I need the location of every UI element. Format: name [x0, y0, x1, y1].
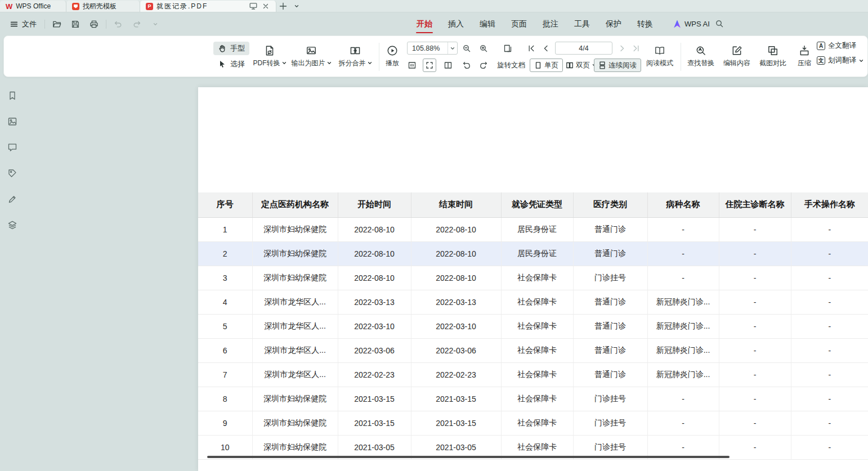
double-page-button[interactable]: 双页	[566, 59, 597, 72]
medical-records-table: 序号定点医药机构名称开始时间结束时间就诊凭证类型医疗类别病种名称住院主诊断名称手…	[198, 192, 868, 460]
table-cell: -	[647, 387, 719, 411]
redo-icon	[132, 20, 141, 29]
attachments-panel-button[interactable]	[6, 167, 19, 180]
table-cell: 深圳市龙华区人...	[252, 362, 338, 387]
comments-panel-button[interactable]	[6, 141, 19, 154]
actual-size-button[interactable]	[405, 59, 419, 72]
screen-share-icon[interactable]	[249, 2, 258, 11]
screenshot-compare-button[interactable]: 截图对比	[755, 39, 791, 73]
rotate-left-button[interactable]	[460, 59, 473, 72]
table-row: 8深圳市妇幼保健院2021-03-152021-03-15社会保障卡门诊挂号--…	[198, 387, 868, 411]
rotate-right-button[interactable]	[477, 59, 490, 72]
edit-content-button[interactable]: 编辑内容	[719, 39, 755, 73]
menu-tab-1[interactable]: 插入	[440, 12, 472, 35]
menu-tab-2[interactable]: 编辑	[472, 12, 503, 35]
last-page-button[interactable]	[629, 42, 643, 55]
file-menu-button[interactable]: 文件	[7, 17, 39, 31]
zoom-out-button[interactable]	[460, 42, 473, 55]
thumbnails-panel-button[interactable]	[6, 115, 19, 128]
tab-list-chevron-icon[interactable]	[290, 0, 303, 12]
table-cell: -	[791, 290, 868, 314]
undo-button[interactable]	[111, 17, 125, 31]
single-page-button[interactable]: 单页	[530, 59, 563, 72]
word-translate-icon	[817, 56, 825, 65]
zoom-in-button[interactable]	[477, 42, 490, 55]
close-tab-icon[interactable]	[261, 2, 270, 11]
menu-tab-7[interactable]: 转换	[629, 12, 661, 35]
page-indicator-input[interactable]	[555, 42, 612, 55]
previous-page-button[interactable]	[539, 42, 553, 55]
fit-page-button[interactable]	[441, 59, 455, 72]
table-cell: 新冠肺炎门诊...	[647, 290, 719, 314]
play-button[interactable]: 播放	[380, 39, 405, 73]
layers-panel-button[interactable]	[6, 218, 19, 232]
save-button[interactable]	[69, 17, 82, 31]
divider	[681, 43, 681, 71]
find-replace-button[interactable]: 查找替换	[683, 39, 719, 73]
zoom-combobox[interactable]: 105.88%	[407, 42, 458, 55]
read-mode-button[interactable]: 阅读模式	[642, 39, 678, 73]
read-mode-label: 阅读模式	[646, 59, 673, 68]
menu-tab-5[interactable]: 工具	[566, 12, 598, 35]
zoom-out-icon	[462, 44, 471, 53]
pdf-convert-label: PDF转换	[253, 59, 280, 68]
menu-tab-0[interactable]: 开始	[409, 12, 440, 35]
menu-tab-4[interactable]: 批注	[535, 12, 566, 35]
new-tab-button[interactable]	[276, 0, 290, 12]
table-cell: -	[791, 338, 868, 362]
column-header: 开始时间	[338, 192, 411, 217]
menu-tab-3[interactable]: 页面	[503, 12, 535, 35]
hand-tool-button[interactable]: 手型	[213, 42, 249, 55]
select-tool-button[interactable]: 选择	[213, 57, 249, 71]
fit-window-button[interactable]	[501, 42, 514, 55]
table-row: 2深圳市妇幼保健院2022-08-102022-08-10居民身份证普通门诊--…	[198, 241, 868, 266]
table-cell: -	[791, 314, 868, 338]
table-cell: 社会保障卡	[501, 411, 573, 435]
table-cell: 新冠肺炎门诊...	[647, 314, 719, 338]
table-cell: 2021-03-15	[338, 411, 411, 435]
table-cell: -	[719, 217, 791, 241]
horizontal-scrollbar-thumb[interactable]	[207, 456, 730, 458]
continuous-read-button[interactable]: 连续阅读	[594, 59, 641, 72]
table-cell: 新冠肺炎门诊...	[647, 362, 719, 387]
full-translate-label: 全文翻译	[828, 41, 856, 51]
tab-docer-templates[interactable]: 找稻壳模板	[66, 1, 140, 12]
wps-ai-icon	[673, 20, 681, 28]
table-cell: 深圳市妇幼保健院	[252, 387, 338, 411]
more-actions-chevron-icon[interactable]	[149, 17, 162, 31]
bookmarks-panel-button[interactable]	[6, 89, 19, 102]
first-page-button[interactable]	[525, 42, 538, 55]
docer-tab-label: 找稻壳模板	[83, 2, 134, 11]
next-page-button[interactable]	[615, 42, 629, 55]
column-header: 序号	[198, 192, 252, 217]
table-cell: 2022-03-06	[338, 338, 411, 362]
table-cell: 社会保障卡	[501, 314, 573, 338]
split-merge-button[interactable]: 拆分合并	[334, 39, 377, 73]
table-cell: 新冠肺炎门诊...	[647, 338, 719, 362]
compress-icon	[799, 45, 810, 56]
pdf-convert-button[interactable]: PDF转换	[250, 39, 289, 73]
open-file-button[interactable]	[50, 17, 64, 31]
table-cell: 深圳市妇幼保健院	[252, 217, 338, 241]
menu-tab-6[interactable]: 保护	[598, 12, 629, 35]
divider	[379, 43, 379, 71]
hamburger-icon	[10, 20, 19, 29]
rotate-document-button[interactable]: 旋转文档	[497, 59, 525, 72]
export-image-button[interactable]: 输出为图片	[289, 39, 334, 73]
tab-document[interactable]: 就医记录.PDF	[140, 1, 276, 12]
compress-button[interactable]: 压缩	[791, 39, 818, 73]
redo-button[interactable]	[130, 17, 144, 31]
fit-width-button[interactable]	[423, 59, 436, 72]
menu-left-cluster: 文件	[7, 12, 162, 35]
full-translate-button[interactable]: 全文翻译	[817, 41, 863, 51]
menu-search-button[interactable]	[713, 17, 726, 30]
table-cell: -	[719, 338, 791, 362]
pdf-file-icon	[146, 3, 153, 10]
wps-ai-button[interactable]: WPS AI	[673, 12, 710, 35]
print-button[interactable]	[87, 17, 101, 31]
word-translate-button[interactable]: 划词翻译	[817, 56, 863, 65]
table-header-row: 序号定点医药机构名称开始时间结束时间就诊凭证类型医疗类别病种名称住院主诊断名称手…	[198, 192, 868, 217]
table-cell: 6	[198, 338, 252, 362]
signature-panel-button[interactable]	[6, 192, 19, 206]
tab-wps-office[interactable]: WPS Office	[0, 1, 66, 12]
